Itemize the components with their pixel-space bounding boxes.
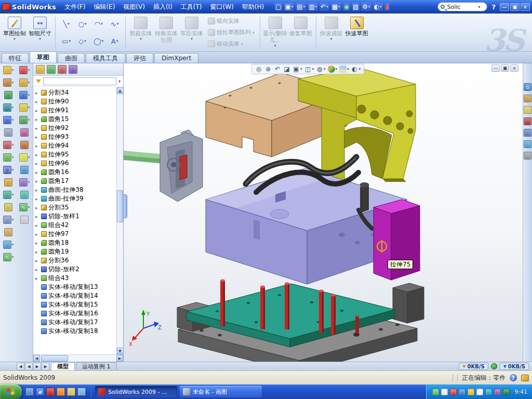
my-documents-icon[interactable]: [67, 388, 75, 396]
line-tool-icon[interactable]: ▾: [19, 91, 30, 99]
search-results-icon[interactable]: [524, 117, 531, 125]
minimize-window-button[interactable]: —: [500, 3, 509, 11]
tray-icon-8[interactable]: [494, 389, 501, 395]
command-button[interactable]: 剪裁实体 ▾: [128, 15, 153, 50]
hide-show-items-icon[interactable]: ◍ ▾: [316, 65, 326, 73]
menu-item[interactable]: 工具(T): [177, 1, 206, 13]
expand-arrow-icon[interactable]: ▸: [35, 90, 39, 96]
rebuild-icon[interactable]: ◉: [343, 3, 350, 11]
command-button[interactable]: 草图绘制 ▾: [2, 15, 27, 50]
expand-arrow-icon[interactable]: ▸: [35, 249, 39, 255]
tray-icon-5[interactable]: [468, 389, 474, 395]
tree-item[interactable]: ▸ 实体-移动/复制14: [34, 291, 116, 300]
expand-arrow-icon[interactable]: ▸: [35, 223, 39, 228]
command-row-button[interactable]: 移动实体 ▾: [206, 39, 256, 49]
command-button[interactable]: 显示/删除几... ▾: [263, 15, 288, 50]
tree-item[interactable]: ▸ 实体-移动/复制15: [34, 300, 116, 309]
revolved-boss-icon[interactable]: ▾: [3, 78, 14, 87]
close-window-button[interactable]: ×: [521, 3, 530, 11]
extruded-boss-icon[interactable]: ▾: [3, 66, 14, 74]
zoom-fit-icon[interactable]: ◎: [255, 65, 262, 73]
tree-item[interactable]: ▸ 实体-移动/复制18: [34, 327, 116, 336]
sketch-text-icon[interactable]: A ▾: [107, 33, 123, 50]
trim-tool-icon[interactable]: [20, 128, 29, 137]
tree-item[interactable]: ▸ 拉伸95: [34, 150, 116, 159]
featuremanager-tab-icon[interactable]: [36, 65, 45, 74]
arc-tool-icon[interactable]: ▾: [19, 103, 30, 112]
offset-entities-icon[interactable]: ▾: [19, 153, 30, 162]
menu-item[interactable]: 视图(V): [119, 1, 149, 13]
graphics-viewport[interactable]: Y Z X ◎ ⊕: [124, 63, 523, 362]
dome-icon[interactable]: [4, 228, 12, 236]
expand-arrow-icon[interactable]: ▸: [35, 179, 39, 184]
tree-filter-input[interactable]: [43, 77, 116, 85]
tree-item[interactable]: ▸ 曲面-拉伸39: [34, 194, 116, 203]
command-row-button[interactable]: 镜向实体: [206, 16, 256, 26]
command-row-button[interactable]: 线性草图阵列 ▾: [206, 28, 256, 37]
spline-curve-icon[interactable]: ∿ ▾: [3, 253, 14, 261]
restore-window-button[interactable]: ▣: [510, 3, 520, 11]
status-tool-icon[interactable]: [521, 375, 529, 381]
tray-icon-2[interactable]: [441, 389, 448, 395]
scroll-down-icon[interactable]: ▼: [117, 348, 124, 354]
configurationmanager-tab-icon[interactable]: [58, 65, 66, 74]
expand-arrow-icon[interactable]: ▸: [35, 170, 39, 175]
open-icon[interactable]: ▣ ▾: [284, 3, 295, 11]
help-icon[interactable]: ?: [491, 3, 496, 11]
minimize-document-button[interactable]: —: [491, 64, 500, 72]
tree-item[interactable]: ▸ 圆角17: [34, 177, 116, 185]
expand-arrow-icon[interactable]: ▸: [35, 267, 39, 272]
command-button[interactable]: 转换实体引用: [154, 15, 179, 50]
file-properties-icon[interactable]: ▧: [352, 3, 360, 11]
first-tab-button[interactable]: ◀: [17, 363, 24, 370]
panel-splitter-handle[interactable]: [124, 194, 127, 218]
tree-vertical-scrollbar[interactable]: ▲ ▼: [116, 87, 123, 354]
undo-icon[interactable]: ↶ ▾: [320, 3, 329, 11]
tree-item[interactable]: ▸ 分割36: [34, 256, 116, 265]
tree-item[interactable]: ▸ 切除-放样1: [34, 212, 116, 221]
connection-status-icon[interactable]: [491, 363, 497, 369]
sketch-tool-icon[interactable]: ▾: [19, 66, 30, 74]
ellipse-icon[interactable]: ◯ ▾: [90, 33, 107, 50]
tray-icon-3[interactable]: [450, 389, 457, 395]
dimxpertmanager-tab-icon[interactable]: [69, 65, 77, 74]
solidworks-resources-icon[interactable]: ⌂: [524, 83, 531, 91]
tree-item[interactable]: ▸ 切除-放样2: [34, 265, 116, 274]
appearance-icon[interactable]: ◐ ▾: [373, 3, 383, 11]
file-explorer-icon[interactable]: [524, 106, 531, 114]
expand-arrow-icon[interactable]: ▸: [35, 196, 39, 202]
ribbon-tab[interactable]: DimXpert: [154, 53, 198, 63]
expand-arrow-icon[interactable]: ▸: [35, 241, 39, 246]
hole-wizard-icon[interactable]: [4, 128, 12, 137]
rib-icon[interactable]: [4, 178, 12, 187]
scroll-up-icon[interactable]: ▲: [117, 87, 124, 94]
document-tab[interactable]: 模型: [51, 362, 75, 370]
tree-item[interactable]: ▸ 圆角15: [34, 115, 116, 124]
tree-item[interactable]: ▸ 组合43: [34, 274, 116, 283]
extruded-cut-icon[interactable]: ▾: [3, 116, 14, 124]
tree-item[interactable]: ▸ 实体-移动/复制17: [34, 318, 116, 327]
expand-arrow-icon[interactable]: ▸: [35, 276, 39, 281]
draft-icon[interactable]: ▾: [3, 191, 14, 199]
tree-item[interactable]: ▸ 圆角19: [34, 247, 116, 256]
tray-icon-1[interactable]: [432, 389, 439, 395]
expand-arrow-icon[interactable]: ▸: [35, 152, 39, 157]
ribbon-tab[interactable]: 草图: [30, 51, 57, 63]
menu-item[interactable]: 编辑(E): [89, 1, 119, 13]
last-tab-button[interactable]: ▶: [42, 363, 49, 370]
expand-arrow-icon[interactable]: ▸: [35, 126, 39, 131]
mirror-entities-icon[interactable]: [20, 166, 29, 174]
tree-item[interactable]: ▸ 组合42: [34, 221, 116, 230]
convert-entities-icon[interactable]: [20, 141, 29, 149]
command-button[interactable]: 智能尺寸 ▾: [28, 15, 52, 50]
display-style-icon[interactable]: ◫ ▾: [304, 65, 314, 73]
smart-dimension-icon[interactable]: ▾: [19, 78, 30, 87]
menu-item[interactable]: 窗口(W): [206, 1, 238, 13]
expand-arrow-icon[interactable]: ▸: [35, 135, 39, 140]
tree-item[interactable]: ▸ 圆角18: [34, 238, 116, 247]
rectangle-icon[interactable]: ▭ ▾: [58, 33, 74, 50]
appearances-scenes-icon[interactable]: [524, 140, 531, 148]
expand-arrow-icon[interactable]: ▸: [35, 117, 39, 122]
menu-item[interactable]: 帮助(H): [238, 1, 268, 13]
linear-pattern-icon[interactable]: ⋮⋮ ▾: [3, 166, 14, 174]
